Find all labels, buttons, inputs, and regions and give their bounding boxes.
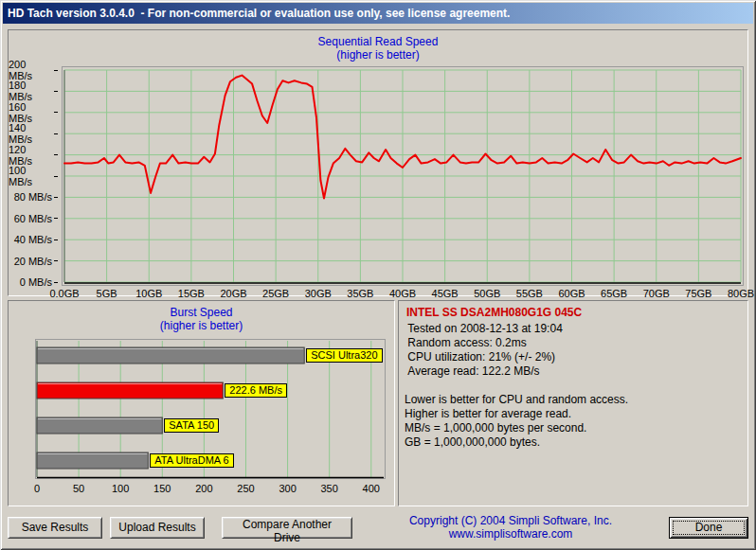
seq-x-tick-label: 70GB — [636, 288, 677, 299]
burst-x-tick-label: 400 — [357, 483, 386, 494]
burst-x-tick-label: 100 — [106, 483, 135, 494]
burst-chart-subtitle: (higher is better) — [9, 319, 394, 332]
seq-y-tick-label: 40 MB/s — [9, 234, 58, 245]
sequential-chart-subtitle: (higher is better) — [9, 48, 747, 62]
seq-x-tick-label: 40GB — [382, 288, 423, 299]
seq-y-tick-label: 200 MB/s — [9, 64, 58, 76]
seq-y-tick-label: 120 MB/s — [9, 150, 58, 161]
seq-x-tick-label: 0.0GB — [44, 288, 85, 299]
drive-info-lines: Tested on 2008-12-13 at 19:04 Random acc… — [405, 322, 742, 450]
drive-info-panel: INTEL SS DSA2MH080G1G 045C Tested on 200… — [398, 300, 748, 506]
done-button[interactable]: Done — [669, 517, 748, 539]
burst-x-tick-label: 250 — [231, 483, 260, 494]
compare-another-drive-button[interactable]: Compare Another Drive — [222, 517, 352, 539]
seq-x-tick-label: 50GB — [466, 288, 508, 299]
burst-bar — [37, 382, 223, 399]
drive-info-line: Higher is better for average read. — [405, 407, 742, 421]
burst-chart-title: Burst Speed — [9, 306, 394, 319]
seq-x-tick-label: 25GB — [255, 288, 297, 299]
title-bar[interactable]: HD Tach version 3.0.4.0 - For non-commer… — [3, 3, 753, 24]
seq-x-tick-label: 5GB — [86, 288, 128, 299]
seq-x-tick-label: 10GB — [128, 288, 170, 299]
drive-info-line: Random access: 0.2ms — [405, 336, 742, 350]
seq-y-tick-label: 80 MB/s — [9, 191, 58, 203]
burst-x-tick-label: 350 — [315, 483, 344, 494]
burst-speed-panel: Burst Speed (higher is better) SCSI Ultr… — [8, 300, 395, 506]
drive-info-line: GB = 1,000,000,000 bytes. — [405, 435, 742, 450]
hdtach-window: HD Tach version 3.0.4.0 - For non-commer… — [0, 0, 756, 550]
seq-x-tick-label: 15GB — [171, 288, 212, 299]
seq-y-tick-label: 0 MB/s — [9, 276, 58, 288]
drive-info-line: CPU utilization: 21% (+/- 2%) — [405, 350, 742, 364]
seq-y-tick-label: 180 MB/s — [9, 85, 58, 97]
burst-x-tick-label: 150 — [148, 483, 176, 494]
upload-results-button[interactable]: Upload Results — [110, 517, 205, 539]
seq-y-tick-label: 20 MB/s — [9, 256, 58, 267]
drive-info-line — [405, 379, 742, 393]
seq-x-tick-label: 75GB — [677, 288, 719, 299]
drive-info-line: MB/s = 1,000,000 bytes per second. — [405, 421, 742, 435]
seq-x-tick-label: 30GB — [297, 288, 339, 299]
seq-y-tick-label: 140 MB/s — [9, 128, 58, 139]
drive-name: INTEL SS DSA2MH080G1G 045C — [406, 306, 742, 319]
seq-y-tick-label: 100 MB/s — [9, 170, 58, 182]
drive-info-line: Tested on 2008-12-13 at 19:04 — [405, 322, 742, 336]
burst-x-tick-label: 200 — [189, 483, 218, 494]
seq-x-tick-label: 60GB — [551, 288, 593, 299]
seq-x-tick-label: 80GB — [720, 288, 756, 299]
drive-info-line: Average read: 122.2 MB/s — [405, 364, 742, 379]
seq-y-tick-label: 160 MB/s — [9, 107, 58, 118]
burst-bar — [37, 347, 304, 364]
bottom-row: Burst Speed (higher is better) SCSI Ultr… — [8, 300, 748, 506]
copyright-text: Copyright (C) 2004 Simpli Software, Inc.… — [352, 514, 669, 541]
sequential-read-panel: Sequential Read Speed (higher is better)… — [8, 29, 748, 296]
seq-x-tick-label: 45GB — [424, 288, 466, 299]
burst-bar — [37, 417, 162, 434]
seq-x-tick-label: 55GB — [509, 288, 550, 299]
burst-speed-chart — [35, 339, 386, 479]
burst-x-tick-label: 300 — [274, 483, 302, 494]
burst-bar — [37, 452, 148, 469]
seq-x-tick-label: 35GB — [339, 288, 381, 299]
seq-x-tick-label: 65GB — [593, 288, 635, 299]
sequential-chart-title: Sequential Read Speed — [9, 35, 747, 48]
save-results-button[interactable]: Save Results — [8, 517, 102, 539]
drive-info-line: Lower is better for CPU and random acces… — [405, 393, 742, 407]
seq-y-tick-label: 60 MB/s — [9, 213, 58, 224]
sequential-read-chart — [62, 66, 744, 286]
burst-x-tick-label: 50 — [64, 483, 93, 494]
button-row: Save Results Upload Results Compare Anot… — [8, 514, 748, 541]
burst-x-tick-label: 0 — [23, 483, 51, 494]
seq-x-tick-label: 20GB — [213, 288, 255, 299]
window-title: HD Tach version 3.0.4.0 - For non-commer… — [8, 7, 510, 20]
